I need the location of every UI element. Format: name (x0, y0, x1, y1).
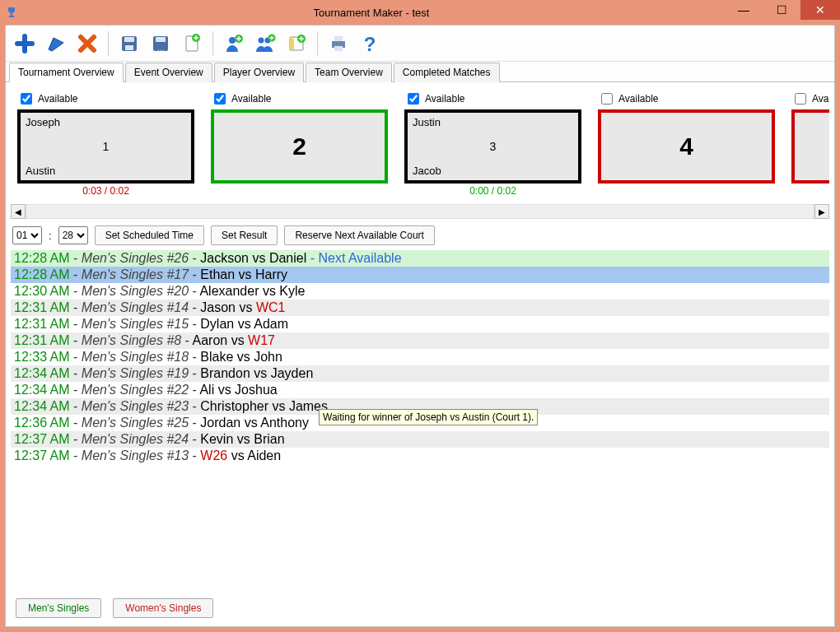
match-row[interactable]: 12:31 AM - Men's Singles #14 - Jason vs … (11, 300, 829, 316)
svg-rect-1 (124, 37, 134, 42)
toolbar: ... ? (6, 26, 834, 62)
add-note-icon[interactable] (282, 30, 310, 58)
tab-team-overview[interactable]: Team Overview (306, 63, 392, 82)
tab-completed-matches[interactable]: Completed Matches (394, 63, 500, 82)
available-label: Available (425, 93, 464, 105)
schedule-controls: 01 : 28 Set Scheduled Time Set Result Re… (11, 225, 829, 245)
court-1: Available Joseph 1 Austin 0:03 / 0:02 (17, 91, 194, 198)
save-as-icon[interactable]: ... (147, 30, 175, 58)
svg-rect-17 (334, 46, 343, 51)
tab-event-overview[interactable]: Event Overview (125, 63, 212, 82)
court-2: Available 2 (211, 91, 388, 198)
minute-select[interactable]: 28 (58, 226, 88, 244)
available-label: Available (812, 93, 829, 105)
court-box[interactable] (791, 109, 829, 184)
svg-rect-16 (334, 36, 343, 41)
court-3: Available Justin 3 Jacob 0:00 / 0:02 (404, 91, 581, 198)
svg-text:?: ? (364, 34, 376, 53)
print-icon[interactable] (324, 30, 352, 58)
match-row[interactable]: 12:37 AM - Men's Singles #24 - Kevin vs … (11, 431, 829, 448)
court-available-checkbox[interactable] (795, 93, 806, 105)
add-team-icon[interactable] (251, 30, 279, 58)
save-icon[interactable] (115, 30, 143, 58)
court-number: 2 (292, 132, 306, 160)
tooltip: Waiting for winner of Joseph vs Austin (… (319, 409, 538, 425)
court-available-checkbox[interactable] (408, 93, 419, 105)
separator (317, 31, 318, 56)
match-row[interactable]: 12:37 AM - Men's Singles #13 - W26 vs Ai… (11, 448, 829, 464)
court-number: 1 (103, 140, 110, 153)
event-filter-row: Men's Singles Women's Singles (11, 590, 829, 621)
svg-rect-4 (156, 37, 166, 42)
app-client-area: ... ? Tournament Overview Event Overview… (5, 25, 835, 627)
minimize-button[interactable]: — (725, 0, 763, 20)
available-label: Available (231, 93, 271, 105)
match-row[interactable]: 12:33 AM - Men's Singles #18 - Blake vs … (11, 349, 829, 365)
match-row[interactable]: 12:30 AM - Men's Singles #20 - Alexander… (11, 283, 829, 300)
court-time: 0:00 / 0:02 (404, 185, 581, 198)
open-icon[interactable] (42, 30, 70, 58)
svg-rect-2 (125, 45, 133, 50)
match-row[interactable]: 12:31 AM - Men's Singles #8 - Aaron vs W… (11, 332, 829, 349)
new-icon[interactable] (11, 30, 39, 58)
new-file-icon[interactable] (178, 30, 206, 58)
reserve-court-button[interactable]: Reserve Next Available Court (284, 225, 435, 245)
tab-player-overview[interactable]: Player Overview (214, 63, 304, 82)
court-box[interactable]: Joseph 1 Austin (17, 109, 194, 184)
title-bar: Tournament Maker - test — ☐ ✕ (0, 0, 840, 25)
court-player-1: Justin (413, 116, 441, 128)
tab-tournament-overview[interactable]: Tournament Overview (9, 63, 124, 82)
maximize-button[interactable]: ☐ (763, 0, 800, 20)
time-colon: : (49, 230, 52, 242)
court-available-checkbox[interactable] (21, 93, 32, 105)
court-player-2: Austin (26, 165, 55, 177)
tab-bar: Tournament Overview Event Overview Playe… (6, 62, 834, 82)
svg-point-10 (259, 37, 264, 43)
court-number: 3 (490, 140, 497, 153)
delete-icon[interactable] (73, 30, 101, 58)
app-window: Tournament Maker - test — ☐ ✕ ... ? Tour… (0, 0, 840, 632)
court-player-2: Jacob (413, 165, 441, 177)
court-strip: Available Joseph 1 Austin 0:03 / 0:02 Av… (11, 89, 829, 201)
court-box[interactable]: Justin 3 Jacob (404, 109, 581, 184)
match-row[interactable]: 12:28 AM - Men's Singles #17 - Ethan vs … (11, 267, 829, 283)
scroll-left-icon[interactable]: ◀ (11, 204, 26, 219)
court-box[interactable]: 2 (211, 109, 388, 184)
court-time (211, 185, 388, 198)
court-player-1: Joseph (26, 116, 60, 128)
court-time (598, 185, 775, 198)
tab-content: Available Joseph 1 Austin 0:03 / 0:02 Av… (6, 82, 834, 626)
scroll-right-icon[interactable]: ▶ (814, 204, 829, 219)
court-time: 0:03 / 0:02 (17, 185, 194, 198)
match-row[interactable]: 12:34 AM - Men's Singles #22 - Ali vs Jo… (11, 382, 829, 398)
match-row[interactable]: 12:31 AM - Men's Singles #15 - Dylan vs … (11, 316, 829, 332)
separator (212, 31, 213, 56)
set-scheduled-time-button[interactable]: Set Scheduled Time (95, 225, 204, 245)
court-4: Available 4 (598, 91, 775, 198)
womens-singles-button[interactable]: Women's Singles (113, 598, 213, 618)
scroll-track[interactable] (26, 204, 814, 219)
separator (108, 31, 109, 56)
court-number: 4 (679, 132, 693, 160)
court-scrollbar[interactable]: ◀ ▶ (11, 204, 829, 219)
window-title: Tournament Maker - test (18, 7, 725, 19)
court-available-checkbox[interactable] (214, 93, 226, 105)
app-icon (5, 6, 18, 19)
svg-point-8 (229, 37, 236, 44)
court-5: Available (791, 91, 829, 198)
mens-singles-button[interactable]: Men's Singles (16, 598, 101, 618)
svg-text:...: ... (157, 44, 164, 53)
close-button[interactable]: ✕ (800, 0, 840, 20)
available-label: Available (38, 93, 77, 105)
help-icon[interactable]: ? (356, 30, 384, 58)
hour-select[interactable]: 01 (12, 226, 42, 244)
set-result-button[interactable]: Set Result (211, 225, 278, 245)
match-row[interactable]: 12:34 AM - Men's Singles #19 - Brandon v… (11, 365, 829, 382)
court-box[interactable]: 4 (598, 109, 775, 184)
add-player-icon[interactable] (220, 30, 248, 58)
available-label: Available (618, 93, 658, 105)
court-available-checkbox[interactable] (601, 93, 613, 105)
match-row[interactable]: 12:28 AM - Men's Singles #26 - Jackson v… (11, 250, 829, 267)
